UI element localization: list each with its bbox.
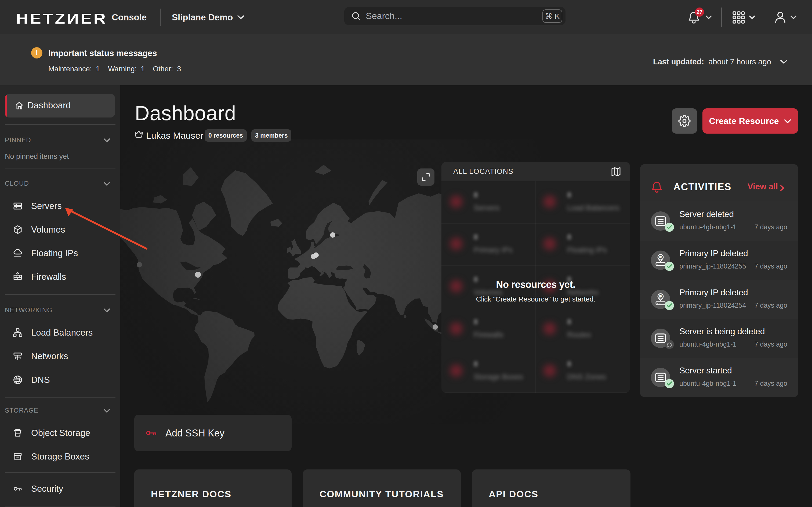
- svg-text:IP: IP: [659, 256, 662, 259]
- svg-text:IP: IP: [659, 295, 662, 298]
